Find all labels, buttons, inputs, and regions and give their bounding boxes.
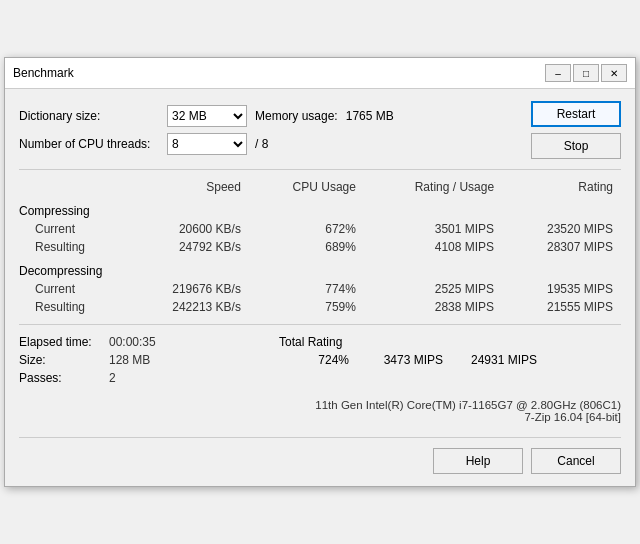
section-header-decompressing: Decompressing	[19, 256, 621, 280]
cpu-line1: 11th Gen Intel(R) Core(TM) i7-1165G7 @ 2…	[19, 399, 621, 411]
settings-fields: Dictionary size: 32 MB Memory usage: 176…	[19, 105, 394, 155]
memory-label: Memory usage:	[255, 109, 338, 123]
dict-size-select[interactable]: 32 MB	[167, 105, 247, 127]
table-row: Current20600 KB/s672%3501 MIPS23520 MIPS	[19, 220, 621, 238]
summary-grid: Elapsed time: 00:00:35 Size: 128 MB Pass…	[19, 335, 621, 389]
elapsed-row: Elapsed time: 00:00:35	[19, 335, 279, 349]
dict-size-row: Dictionary size: 32 MB Memory usage: 176…	[19, 105, 394, 127]
dict-size-label: Dictionary size:	[19, 109, 159, 123]
total-rating: 24931 MIPS	[467, 353, 537, 367]
total-rating-section: Total Rating 724% 3473 MIPS 24931 MIPS	[279, 335, 621, 389]
table-row: Resulting24792 KB/s689%4108 MIPS28307 MI…	[19, 238, 621, 256]
cancel-button[interactable]: Cancel	[531, 448, 621, 474]
elapsed-value: 00:00:35	[109, 335, 156, 349]
threads-max: / 8	[255, 137, 268, 151]
size-value: 128 MB	[109, 353, 150, 367]
close-button[interactable]: ✕	[601, 64, 627, 82]
table-row: Current219676 KB/s774%2525 MIPS19535 MIP…	[19, 280, 621, 298]
benchmark-table: Speed CPU Usage Rating / Usage Rating Co…	[19, 178, 621, 316]
passes-label: Passes:	[19, 371, 109, 385]
size-row: Size: 128 MB	[19, 353, 279, 367]
threads-select[interactable]: 8	[167, 133, 247, 155]
threads-label: Number of CPU threads:	[19, 137, 159, 151]
total-cpu: 724%	[279, 353, 349, 367]
maximize-button[interactable]: □	[573, 64, 599, 82]
top-divider	[19, 169, 621, 170]
summary-section: Elapsed time: 00:00:35 Size: 128 MB Pass…	[19, 324, 621, 423]
elapsed-label: Elapsed time:	[19, 335, 109, 349]
content-area: Dictionary size: 32 MB Memory usage: 176…	[5, 89, 635, 486]
footer-buttons: Help Cancel	[19, 437, 621, 474]
summary-left: Elapsed time: 00:00:35 Size: 128 MB Pass…	[19, 335, 279, 389]
col-header-speed: Speed	[126, 178, 249, 196]
threads-row: Number of CPU threads: 8 / 8	[19, 133, 394, 155]
top-controls: Dictionary size: 32 MB Memory usage: 176…	[19, 101, 621, 159]
section-header-compressing: Compressing	[19, 196, 621, 220]
col-header-cpu: CPU Usage	[249, 178, 364, 196]
total-rating-label: Total Rating	[279, 335, 621, 349]
stop-button[interactable]: Stop	[531, 133, 621, 159]
col-header-rating-usage: Rating / Usage	[364, 178, 502, 196]
minimize-button[interactable]: –	[545, 64, 571, 82]
window-controls: – □ ✕	[545, 64, 627, 82]
cpu-info: 11th Gen Intel(R) Core(TM) i7-1165G7 @ 2…	[19, 399, 621, 423]
cpu-line2: 7-Zip 16.04 [64-bit]	[19, 411, 621, 423]
passes-row: Passes: 2	[19, 371, 279, 385]
col-header-rating: Rating	[502, 178, 621, 196]
total-mips: 3473 MIPS	[373, 353, 443, 367]
action-buttons: Restart Stop	[531, 101, 621, 159]
main-window: Benchmark – □ ✕ Dictionary size: 32 MB M…	[4, 57, 636, 487]
table-row: Resulting242213 KB/s759%2838 MIPS21555 M…	[19, 298, 621, 316]
col-header-name	[19, 178, 126, 196]
title-bar: Benchmark – □ ✕	[5, 58, 635, 89]
window-title: Benchmark	[13, 66, 74, 80]
passes-value: 2	[109, 371, 116, 385]
size-label: Size:	[19, 353, 109, 367]
total-rating-values: 724% 3473 MIPS 24931 MIPS	[279, 353, 621, 367]
restart-button[interactable]: Restart	[531, 101, 621, 127]
memory-value: 1765 MB	[346, 109, 394, 123]
help-button[interactable]: Help	[433, 448, 523, 474]
